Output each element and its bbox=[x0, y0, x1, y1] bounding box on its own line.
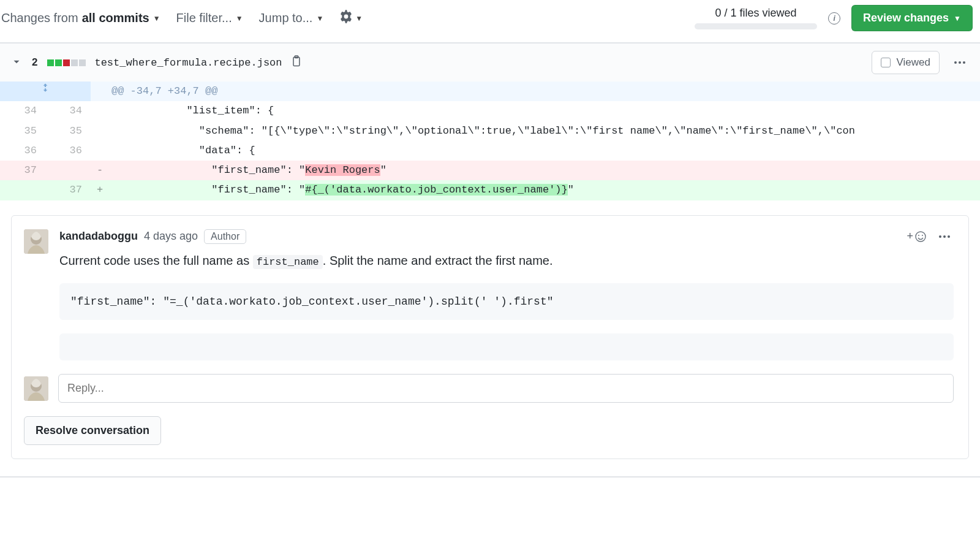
file-filter-dropdown[interactable]: File filter... ▼ bbox=[176, 11, 243, 25]
file-menu-button[interactable] bbox=[951, 58, 969, 67]
expand-hunk-button[interactable] bbox=[0, 82, 91, 101]
file-diff-container: 2 test_where_formula.recipe.json Viewed bbox=[0, 43, 980, 478]
review-changes-button[interactable]: Review changes ▼ bbox=[851, 5, 973, 31]
divider bbox=[0, 476, 980, 477]
progress-bar bbox=[695, 23, 817, 29]
comment-text: Current code uses the full name as first… bbox=[59, 251, 954, 270]
copy-path-button[interactable] bbox=[291, 55, 302, 70]
comment-body: kandadaboggu 4 days ago Author + bbox=[59, 229, 954, 361]
jump-to-label: Jump to... bbox=[259, 11, 313, 25]
gear-icon bbox=[339, 10, 353, 26]
comment-menu-button[interactable] bbox=[935, 232, 954, 242]
comment-header: kandadaboggu 4 days ago Author + bbox=[59, 229, 954, 244]
svg-rect-0 bbox=[293, 57, 300, 66]
inline-code: first_name bbox=[253, 255, 323, 269]
line-num-old: 36 bbox=[0, 141, 45, 161]
suggestion-codeblock: "first_name": "=_('data.workato.job_cont… bbox=[59, 283, 954, 320]
review-changes-label: Review changes bbox=[863, 12, 949, 25]
caret-down-icon: ▼ bbox=[355, 14, 363, 23]
toolbar-right: 0 / 1 files viewed i Review changes ▼ bbox=[695, 5, 980, 31]
caret-down-icon: ▼ bbox=[153, 14, 160, 23]
diff-code: "list_item": { bbox=[109, 101, 980, 121]
svg-point-5 bbox=[918, 235, 919, 236]
diff-code: "data": { bbox=[109, 141, 980, 161]
files-viewed-progress: 0 / 1 files viewed bbox=[695, 7, 817, 29]
diffstat-add-icon bbox=[47, 59, 54, 66]
diff-line[interactable]: 35 35 "schema": "[{\"type\":\"string\",\… bbox=[0, 121, 980, 141]
line-num-old bbox=[0, 180, 45, 200]
comment-card: kandadaboggu 4 days ago Author + bbox=[11, 215, 969, 460]
diffstat bbox=[47, 59, 86, 66]
review-thread: kandadaboggu 4 days ago Author + bbox=[0, 215, 980, 460]
line-num-old: 34 bbox=[0, 101, 45, 121]
checkbox-icon bbox=[881, 58, 891, 67]
diff-toolbar: Changes from all commits ▼ File filter..… bbox=[0, 0, 980, 42]
line-num-new bbox=[45, 161, 91, 180]
line-num-new: 35 bbox=[45, 121, 91, 141]
viewed-checkbox[interactable]: Viewed bbox=[872, 51, 940, 74]
diff-line-deleted[interactable]: 37 - "first_name": "Kevin Rogers" bbox=[0, 161, 980, 180]
resolve-row: Resolve conversation bbox=[12, 403, 968, 445]
file-header-actions: Viewed bbox=[872, 51, 969, 74]
diff-code: "schema": "[{\"type\":\"string\",\"optio… bbox=[109, 121, 980, 141]
diffstat-del-icon bbox=[63, 59, 70, 66]
file-filter-label: File filter... bbox=[176, 11, 232, 25]
line-num-new: 37 bbox=[45, 180, 91, 200]
diff-line-added[interactable]: 37 + "first_name": "#{_('data.workato.jo… bbox=[0, 180, 980, 200]
svg-point-6 bbox=[922, 235, 923, 236]
info-icon[interactable]: i bbox=[828, 12, 840, 25]
line-num-old: 35 bbox=[0, 121, 45, 141]
diffstat-add-icon bbox=[55, 59, 62, 66]
add-reaction-button[interactable]: + bbox=[907, 230, 927, 243]
diff-line[interactable]: 36 36 "data": { bbox=[0, 141, 980, 161]
diff-line[interactable]: 34 34 "list_item": { bbox=[0, 101, 980, 121]
toolbar-left: Changes from all commits ▼ File filter..… bbox=[0, 10, 363, 26]
avatar[interactable] bbox=[24, 229, 48, 254]
file-change-count: 2 bbox=[32, 56, 37, 69]
jump-to-dropdown[interactable]: Jump to... ▼ bbox=[259, 11, 324, 25]
diff-code: "first_name": "#{_('data.workato.job_con… bbox=[109, 180, 980, 200]
reply-input[interactable] bbox=[58, 374, 954, 403]
review-comment: kandadaboggu 4 days ago Author + bbox=[12, 216, 968, 361]
comment-actions: + bbox=[907, 230, 954, 243]
hunk-range: @@ -34,7 +34,7 @@ bbox=[109, 82, 980, 101]
diffstat-neutral-icon bbox=[71, 59, 78, 66]
file-name[interactable]: test_where_formula.recipe.json bbox=[94, 57, 282, 69]
diff-hunk-header: @@ -34,7 +34,7 @@ bbox=[0, 82, 980, 101]
svg-point-4 bbox=[916, 232, 925, 242]
author-badge: Author bbox=[204, 229, 246, 244]
avatar[interactable] bbox=[24, 376, 48, 401]
changes-from-dropdown[interactable]: Changes from all commits ▼ bbox=[1, 11, 160, 25]
line-num-old: 37 bbox=[0, 161, 45, 180]
changes-from-prefix: Changes from bbox=[1, 11, 78, 25]
collapse-file-button[interactable] bbox=[11, 56, 22, 69]
comment-timestamp: 4 days ago bbox=[144, 230, 198, 243]
file-header: 2 test_where_formula.recipe.json Viewed bbox=[0, 44, 980, 82]
line-num-new: 36 bbox=[45, 141, 91, 161]
reply-row bbox=[12, 360, 968, 403]
caret-down-icon: ▼ bbox=[316, 14, 323, 23]
resolve-conversation-button[interactable]: Resolve conversation bbox=[24, 416, 161, 445]
files-viewed-text: 0 / 1 files viewed bbox=[715, 7, 797, 20]
suggestion-codeblock-empty bbox=[59, 333, 954, 360]
diff-code: "first_name": "Kevin Rogers" bbox=[109, 161, 980, 180]
viewed-label: Viewed bbox=[897, 56, 930, 69]
line-num-new: 34 bbox=[45, 101, 91, 121]
changes-from-value: all commits bbox=[82, 11, 149, 25]
diff-settings-dropdown[interactable]: ▼ bbox=[339, 10, 363, 26]
caret-down-icon: ▼ bbox=[954, 14, 961, 23]
comment-author[interactable]: kandadaboggu bbox=[59, 230, 138, 243]
caret-down-icon: ▼ bbox=[236, 14, 243, 23]
diffstat-neutral-icon bbox=[79, 59, 86, 66]
diff-view: @@ -34,7 +34,7 @@ 34 34 "list_item": { 3… bbox=[0, 82, 980, 200]
